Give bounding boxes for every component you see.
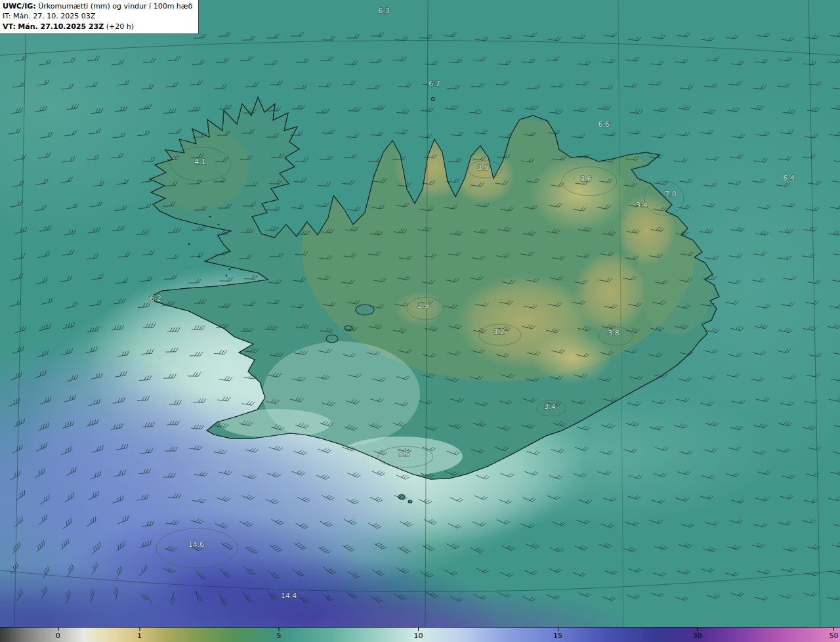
map-title: Úrkomumætti (mm) og vindur í 100m hæð — [38, 2, 192, 11]
title-box: UWC/IG: Úrkomumætti (mm) og vindur í 100… — [0, 0, 199, 34]
colorbar-tick-label: 0 — [56, 628, 60, 642]
init-time: Mán. 27. 10. 2025 03Z — [13, 12, 95, 20]
contour-label: 6.7 — [429, 79, 440, 88]
contour-label: 14.6 — [188, 540, 205, 549]
valid-suffix: (+20 h) — [106, 22, 134, 31]
contour-label: 3.4 — [636, 201, 648, 209]
valid-label: VT: — [3, 22, 16, 31]
weather-map-app: 6.36.76.64.13.53.67.03.46.46.23.93.23.83… — [0, 0, 840, 642]
model-label: UWC/IG: — [3, 2, 36, 11]
contour-label: 6.2 — [150, 294, 161, 303]
map-canvas: 6.36.76.64.13.53.67.03.46.46.23.93.23.83… — [0, 0, 840, 628]
colorbar-tick-label: 15 — [553, 628, 562, 642]
contour-label: 3.6 — [580, 175, 592, 183]
title-line-valid: VT: Mán. 27.10.2025 23Z (+20 h) — [3, 22, 192, 32]
contour-label: 3.4 — [544, 402, 556, 411]
contour-label: 7.0 — [665, 190, 677, 198]
contour-label: 6.6 — [598, 120, 610, 129]
title-line-model: UWC/IG: Úrkomumætti (mm) og vindur í 100… — [3, 1, 192, 11]
colorbar-tick-label: 5 — [276, 628, 281, 642]
contour-label: 3.5 — [477, 163, 489, 172]
contour-label: 5.5 — [398, 450, 410, 458]
colorbar-tick-label: 1 — [137, 628, 142, 642]
colorbar-tick-label: 50 — [829, 628, 838, 642]
contour-label: 6.3 — [378, 7, 390, 15]
contour-label: 4.1 — [194, 158, 206, 166]
colorbar-tick-label: 30 — [692, 628, 702, 642]
contour-label: 3.9 — [417, 301, 429, 310]
contour-label: 3.8 — [608, 329, 620, 337]
colorbar: 01510153050 — [0, 627, 840, 642]
contour-label: 14.4 — [281, 591, 297, 600]
init-label: IT: — [3, 12, 10, 20]
title-line-init: IT: Mán. 27. 10. 2025 03Z — [3, 11, 192, 21]
contour-label: 6.4 — [783, 174, 795, 182]
contour-label: 3.2 — [493, 328, 505, 336]
colorbar-tick-label: 10 — [413, 628, 423, 642]
valid-time: Mán. 27.10.2025 23Z — [18, 22, 104, 31]
